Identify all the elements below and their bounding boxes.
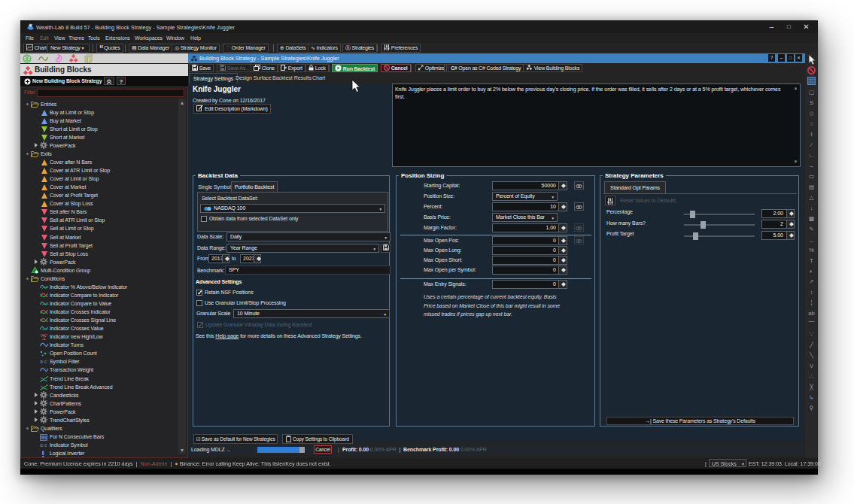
svg-text:a·c: a·c [40, 442, 47, 448]
svg-text:a·c: a·c [40, 359, 47, 364]
